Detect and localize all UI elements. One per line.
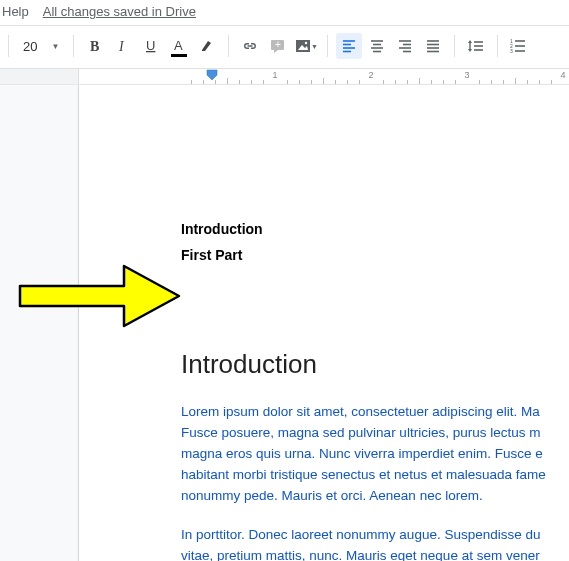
ruler-number: 3 [464,70,469,80]
ruler[interactable]: 1234 [0,69,569,85]
save-status[interactable]: All changes saved in Drive [43,4,196,19]
indent-marker-icon[interactable] [206,69,218,83]
underline-button[interactable]: U [138,33,164,59]
align-justify-button[interactable] [420,33,446,59]
align-right-button[interactable] [392,33,418,59]
font-size-value: 20 [23,39,37,54]
svg-text:▼: ▼ [311,43,317,50]
svg-text:+: + [275,39,281,50]
svg-text:B: B [90,39,99,54]
caret-down-icon: ▼ [51,42,59,51]
svg-text:U: U [146,38,155,53]
ruler-number: 4 [560,70,565,80]
svg-text:3: 3 [510,48,513,54]
toolbar: 20 ▼ B I U A + ▼ 123 [0,26,569,66]
help-menu[interactable]: Help [2,4,29,19]
italic-button[interactable]: I [110,33,136,59]
gutter [0,85,79,561]
align-left-button[interactable] [336,33,362,59]
svg-text:I: I [118,39,125,54]
svg-text:A: A [174,38,183,53]
insert-comment-button[interactable]: + [265,33,291,59]
ruler-number: 2 [368,70,373,80]
text-color-button[interactable]: A [166,33,192,59]
svg-marker-35 [207,70,217,80]
paragraph[interactable]: In porttitor. Donec laoreet nonummy augu… [181,525,569,561]
document-page[interactable]: Introduction First Part Introduction Lor… [79,85,569,561]
font-size-selector[interactable]: 20 ▼ [17,37,65,56]
heading-introduction[interactable]: Introduction [181,349,569,380]
insert-link-button[interactable] [237,33,263,59]
align-center-button[interactable] [364,33,390,59]
ruler-number: 1 [272,70,277,80]
line-spacing-button[interactable] [463,33,489,59]
svg-point-8 [305,42,307,44]
highlight-button[interactable] [194,33,220,59]
numbered-list-button[interactable]: 123 [506,33,532,59]
paragraph[interactable]: Lorem ipsum dolor sit amet, consectetuer… [181,402,569,507]
bold-button[interactable]: B [82,33,108,59]
toc-link-introduction[interactable]: Introduction [181,221,569,237]
insert-image-button[interactable]: ▼ [293,33,319,59]
toc-link-first-part[interactable]: First Part [181,247,569,263]
